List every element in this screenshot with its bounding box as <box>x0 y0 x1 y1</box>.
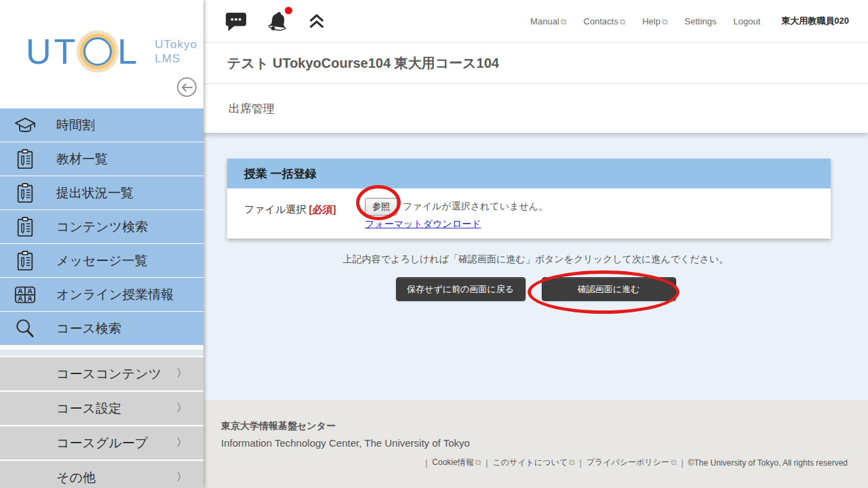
arrow-left-icon <box>181 83 193 92</box>
panel-title: 授業 一括登録 <box>244 166 317 182</box>
title-block: テスト UTokyoCourse104 東大用コース104 出席管理 <box>203 42 868 133</box>
online-class-icon <box>14 284 37 306</box>
sidebar-item-label: コース検索 <box>56 320 121 338</box>
search-icon <box>14 318 37 340</box>
user-name: 東大用教職員020 <box>781 15 849 27</box>
main-area: Manual⧉ Contacts⧉ Help⧉ Settings Logout … <box>203 0 868 488</box>
sidebar-item-label: 提出状況一覧 <box>56 184 134 202</box>
sidebar-item-course-search[interactable]: コース検索 <box>0 312 203 345</box>
sidebar-item-messages[interactable]: メッセージ一覧 <box>0 244 203 277</box>
no-file-selected-text: ファイルが選択されていません。 <box>403 201 548 213</box>
sidebar-item-others[interactable]: その他 〉 <box>0 461 203 488</box>
chevron-right-icon: 〉 <box>176 470 187 485</box>
utol-logo[interactable]: UT L UTokyo LMS <box>26 31 197 72</box>
clipboard-icon <box>14 250 37 272</box>
footer: 東京大学情報基盤センター Information Technology Cent… <box>203 400 868 488</box>
proceed-to-confirm-button[interactable]: 確認画面に進む <box>542 277 676 301</box>
logout-link[interactable]: Logout <box>734 16 761 26</box>
sidebar-item-submission-status[interactable]: 提出状況一覧 <box>0 176 203 209</box>
external-link-icon: ⧉ <box>569 458 575 467</box>
contacts-link[interactable]: Contacts⧉ <box>583 16 625 26</box>
notification-badge <box>285 7 292 14</box>
back-without-saving-button[interactable]: 保存せずに前の画面に戻る <box>396 277 526 301</box>
sidebar-item-materials[interactable]: 教材一覧 <box>0 142 203 176</box>
chevron-right-icon: 〉 <box>176 436 187 450</box>
sidebar-gap-shade <box>0 350 203 356</box>
file-select-label: ファイル選択 <box>244 203 306 215</box>
sidebar-item-label: 時間割 <box>56 117 95 134</box>
chat-bubble-icon <box>224 10 248 32</box>
sidebar-item-label: コースコンテンツ <box>56 365 176 383</box>
logo-o-ring-icon <box>83 37 112 66</box>
clipboard-icon <box>14 148 37 170</box>
logo-sub-utokyo: UTokyo <box>155 37 197 52</box>
messages-button[interactable] <box>224 10 248 32</box>
external-link-icon: ⧉ <box>561 17 567 26</box>
instruction-text: 上記内容でよろしければ「確認画面に進む」ボタンをクリックして次に進んでください。 <box>203 253 868 266</box>
logo-sub-lms: LMS <box>155 52 197 66</box>
notifications-button[interactable] <box>266 9 290 33</box>
chevron-right-icon: 〉 <box>176 367 187 381</box>
help-link[interactable]: Help⧉ <box>642 16 667 26</box>
external-link-icon: ⧉ <box>620 17 626 26</box>
sidebar-item-label: 教材一覧 <box>56 150 108 168</box>
sidebar-item-label: オンライン授業情報 <box>56 286 174 304</box>
page-title: 出席管理 <box>229 101 275 117</box>
content-area: 授業 一括登録 ファイル選択 [必須] 参照 ファイルが選択されていません。 フ… <box>203 133 868 400</box>
chevron-right-icon: 〉 <box>176 401 187 415</box>
sidebar-item-content-search[interactable]: コンテンツ検索 <box>0 210 203 243</box>
sidebar-item-label: コースグループ <box>56 434 176 452</box>
copyright-text: ©The University of Tokyo, All rights res… <box>688 458 848 468</box>
sidebar-collapse-button[interactable] <box>177 77 197 97</box>
required-badge: [必須] <box>309 203 336 215</box>
cookie-info-link[interactable]: Cookie情報⧉ <box>432 457 481 468</box>
external-link-icon: ⧉ <box>662 17 668 26</box>
footer-org-en: Information Technology Center, The Unive… <box>221 437 848 449</box>
sidebar-item-label: コンテンツ検索 <box>56 218 148 236</box>
manual-link[interactable]: Manual⧉ <box>530 16 566 26</box>
external-link-icon: ⧉ <box>475 458 481 467</box>
sidebar-item-label: メッセージ一覧 <box>56 252 148 270</box>
sidebar-item-label: その他 <box>56 469 176 487</box>
privacy-policy-link[interactable]: プライバシーポリシー⧉ <box>587 457 677 468</box>
graduation-cap-icon <box>14 115 37 136</box>
sidebar-item-label: コース設定 <box>56 400 176 418</box>
collapse-topbar-button[interactable] <box>308 12 326 30</box>
topbar: Manual⧉ Contacts⧉ Help⧉ Settings Logout … <box>203 0 868 42</box>
sidebar: UT L UTokyo LMS 時間割 教材一覧 <box>0 0 203 488</box>
sidebar-main-menu: 時間割 教材一覧 提出状況一覧 コンテンツ検索 メッセージ一覧 <box>0 108 203 345</box>
course-title: テスト UTokyoCourse104 東大用コース104 <box>227 54 499 73</box>
sidebar-item-course-contents[interactable]: コースコンテンツ 〉 <box>0 357 203 390</box>
settings-link[interactable]: Settings <box>685 16 717 26</box>
logo-area: UT L UTokyo LMS <box>0 0 203 108</box>
sidebar-item-online-class[interactable]: オンライン授業情報 <box>0 278 203 311</box>
sidebar-item-course-group[interactable]: コースグループ 〉 <box>0 426 203 460</box>
browse-file-button[interactable]: 参照 <box>365 198 397 216</box>
external-link-icon: ⧉ <box>671 458 677 467</box>
clipboard-icon <box>14 216 37 238</box>
format-download-link[interactable]: フォーマットダウンロード <box>365 218 481 230</box>
footer-org-jp: 東京大学情報基盤センター <box>221 420 848 432</box>
logo-text-l: L <box>117 31 140 72</box>
sidebar-course-menu: コースコンテンツ 〉 コース設定 〉 コースグループ 〉 その他 〉 <box>0 357 203 488</box>
about-site-link[interactable]: このサイトについて⧉ <box>492 457 574 468</box>
logo-text-ut: UT <box>26 31 78 72</box>
double-chevron-up-icon <box>308 12 326 30</box>
bulk-register-panel: 授業 一括登録 ファイル選択 [必須] 参照 ファイルが選択されていません。 フ… <box>227 159 831 239</box>
clipboard-icon <box>14 182 37 204</box>
sidebar-item-course-settings[interactable]: コース設定 〉 <box>0 392 203 425</box>
sidebar-item-timetable[interactable]: 時間割 <box>0 108 203 142</box>
